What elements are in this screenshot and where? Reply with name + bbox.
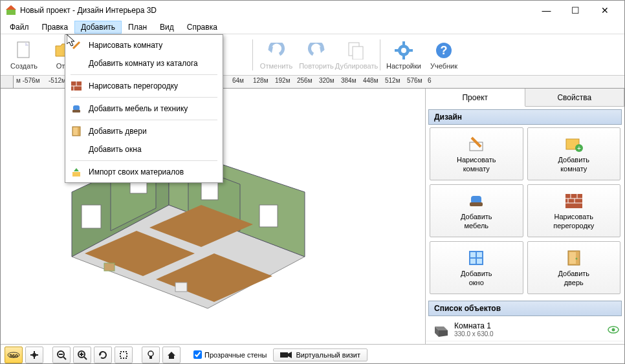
menu-view[interactable]: Вид bbox=[153, 21, 181, 34]
card-add-door[interactable]: Добавить дверь bbox=[527, 241, 621, 294]
toolbar-duplicate[interactable]: Дублировать bbox=[337, 36, 376, 74]
ruler-tick: 320м bbox=[319, 76, 334, 88]
cursor-icon bbox=[67, 34, 76, 47]
svg-rect-22 bbox=[82, 205, 101, 228]
toolbar-create-label: Создать bbox=[10, 62, 38, 70]
svg-rect-83 bbox=[73, 105, 80, 111]
menu-separator bbox=[71, 97, 217, 98]
ruler-corner bbox=[1, 76, 14, 88]
menu-add-furniture[interactable]: Добавить мебель и технику bbox=[67, 100, 221, 118]
card-add-furniture[interactable]: Добавить мебель bbox=[430, 184, 523, 237]
menu-help[interactable]: Справка bbox=[181, 21, 224, 34]
light-button[interactable] bbox=[142, 347, 160, 363]
svg-text:+: + bbox=[577, 145, 581, 152]
card-draw-room[interactable]: Нарисовать комнату bbox=[430, 127, 523, 180]
object-list-item[interactable]: Комната 1 330.0 x 630.0 bbox=[426, 319, 624, 341]
toolbar-redo[interactable]: Повторить bbox=[297, 36, 336, 74]
card-label: Добавить комнату bbox=[558, 156, 589, 173]
menu-add-windows[interactable]: Добавить окна bbox=[67, 140, 221, 158]
add-menu-dropdown: Нарисовать комнату Добавить комнату из к… bbox=[65, 34, 223, 183]
object-list: Комната 1 330.0 x 630.0 Комната 2 bbox=[426, 319, 624, 344]
ruler-tick: 384м bbox=[341, 76, 356, 88]
zoom-out-button[interactable] bbox=[52, 347, 71, 363]
import-icon bbox=[71, 166, 82, 178]
menu-add-doors[interactable]: Добавить двери bbox=[67, 122, 221, 140]
svg-marker-88 bbox=[74, 168, 79, 171]
titlebar: Новый проект - Дизайн Интерьера 3D — ☐ ✕ bbox=[1, 1, 624, 20]
door-icon bbox=[71, 125, 82, 137]
refresh-button[interactable] bbox=[94, 347, 112, 363]
svg-text:360: 360 bbox=[9, 353, 18, 359]
zoom-in-button[interactable] bbox=[73, 347, 91, 363]
new-file-icon bbox=[14, 40, 34, 61]
virtual-visit-label: Виртуальный визит bbox=[296, 351, 360, 359]
card-label: Добавить окно bbox=[461, 270, 492, 286]
home-button[interactable] bbox=[162, 347, 181, 363]
minimize-button[interactable]: — bbox=[532, 1, 561, 20]
card-label: Нарисовать перегородку bbox=[553, 213, 594, 230]
svg-line-65 bbox=[63, 357, 66, 359]
transparent-walls-input[interactable] bbox=[193, 350, 202, 359]
menu-plan[interactable]: План bbox=[122, 21, 153, 34]
toolbar-tutorial[interactable]: ? Учебник bbox=[424, 36, 463, 74]
section-objects-header: Список объектов bbox=[428, 301, 622, 316]
ruler-tick: 256м bbox=[297, 76, 312, 88]
menu-draw-room[interactable]: Нарисовать комнату bbox=[67, 36, 221, 54]
ruler-tick: 448м bbox=[363, 76, 378, 88]
ruler-tick: 192м bbox=[275, 76, 291, 88]
svg-point-55 bbox=[612, 328, 615, 332]
close-button[interactable]: ✕ bbox=[590, 1, 619, 20]
section-design-header: Дизайн bbox=[428, 109, 622, 125]
brick-wall-icon bbox=[564, 191, 584, 211]
menu-add-catalog-room[interactable]: Добавить комнату из каталога bbox=[67, 54, 221, 72]
svg-point-63 bbox=[32, 353, 36, 357]
ruler-tick: м -576м bbox=[16, 76, 40, 88]
tab-project[interactable]: Проект bbox=[426, 89, 525, 107]
svg-point-50 bbox=[575, 258, 577, 260]
menu-separator bbox=[71, 160, 217, 161]
maximize-button[interactable]: ☐ bbox=[561, 1, 590, 20]
toolbar-tutorial-label: Учебник bbox=[430, 62, 457, 70]
armchair-icon bbox=[466, 191, 486, 211]
svg-rect-74 bbox=[149, 356, 152, 359]
menu-item-label: Импорт своих материалов bbox=[89, 167, 184, 177]
menu-draw-partition[interactable]: Нарисовать перегородку bbox=[67, 77, 221, 95]
svg-rect-37 bbox=[470, 202, 483, 206]
object-list-item[interactable]: Комната 2 bbox=[426, 341, 624, 344]
bottombar: 360 Прозрачные стены Виртуальный визит bbox=[1, 344, 624, 364]
ruler-tick: 64м bbox=[232, 76, 244, 88]
svg-rect-25 bbox=[259, 205, 278, 227]
svg-marker-89 bbox=[67, 34, 74, 46]
undo-icon bbox=[266, 40, 287, 61]
card-draw-partition[interactable]: Нарисовать перегородку bbox=[527, 184, 621, 237]
svg-rect-87 bbox=[72, 172, 80, 177]
card-add-room[interactable]: + Добавить комнату bbox=[527, 127, 621, 180]
ruler-tick: 6 bbox=[428, 76, 432, 88]
cube-icon bbox=[431, 323, 449, 337]
menu-add[interactable]: Добавить bbox=[74, 21, 122, 34]
svg-point-10 bbox=[401, 48, 406, 53]
ruler-tick: -512м bbox=[49, 76, 66, 88]
card-add-window[interactable]: Добавить окно bbox=[430, 241, 523, 294]
view-360-button[interactable]: 360 bbox=[5, 347, 23, 363]
transparent-walls-checkbox[interactable]: Прозрачные стены bbox=[193, 350, 267, 359]
toolbar-undo-label: Отменить bbox=[260, 62, 292, 70]
duplicate-icon bbox=[346, 40, 367, 61]
toolbar-separator bbox=[252, 39, 253, 70]
crop-button[interactable] bbox=[115, 347, 133, 363]
redo-icon bbox=[306, 40, 327, 61]
toolbar-duplicate-label: Дублировать bbox=[335, 62, 378, 70]
menu-file[interactable]: Файл bbox=[3, 21, 36, 34]
pan-button[interactable] bbox=[25, 347, 43, 363]
menu-import-materials[interactable]: Импорт своих материалов bbox=[67, 163, 221, 181]
object-dimensions: 330.0 x 630.0 bbox=[454, 330, 602, 338]
toolbar-undo[interactable]: Отменить bbox=[257, 36, 296, 74]
menu-edit[interactable]: Правка bbox=[36, 21, 75, 34]
virtual-visit-button[interactable]: Виртуальный визит bbox=[273, 348, 367, 361]
toolbar-separator bbox=[380, 39, 380, 70]
toolbar-settings[interactable]: Настройки bbox=[384, 36, 423, 74]
tab-properties[interactable]: Свойства bbox=[525, 89, 625, 106]
visibility-eye-icon[interactable] bbox=[608, 326, 619, 334]
window-title: Новый проект - Дизайн Интерьера 3D bbox=[20, 6, 532, 15]
toolbar-create[interactable]: Создать bbox=[5, 36, 43, 74]
